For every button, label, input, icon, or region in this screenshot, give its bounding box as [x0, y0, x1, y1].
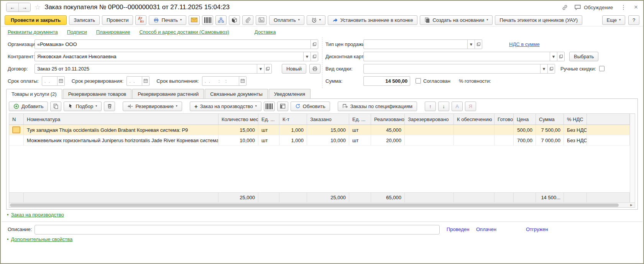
scroll-right-icon[interactable]: ► [628, 203, 635, 207]
pay-button[interactable]: Оплатить ▾ [269, 15, 304, 25]
column-header-reserved[interactable]: Зарезервировано [405, 114, 454, 125]
description-input[interactable] [35, 225, 439, 234]
link-delivery-method[interactable]: Способ и адрес доставки (Самовывоз) [139, 29, 229, 35]
print-button[interactable]: Печать ▾ [149, 15, 186, 25]
open-icon[interactable] [475, 40, 482, 49]
sort-asc-button[interactable]: А [452, 102, 463, 111]
open-icon[interactable] [557, 52, 564, 61]
column-header-vat[interactable]: % НДС [564, 114, 587, 125]
move-down-button[interactable]: ↓ [438, 102, 449, 111]
choose-card-button[interactable]: Выбрать [569, 52, 598, 61]
discount-card-input[interactable] [364, 52, 550, 61]
debit-credit-button[interactable]: ДтКт [135, 15, 146, 25]
reservation-due-field[interactable] [127, 76, 150, 86]
email-button[interactable] [189, 15, 200, 25]
move-up-button[interactable]: ↑ [425, 102, 436, 111]
status-paid[interactable]: Оплачен [476, 226, 496, 232]
invoice-button[interactable] [256, 15, 267, 25]
structure-button[interactable] [215, 15, 227, 25]
package-button[interactable] [229, 15, 240, 25]
reservation-due-input[interactable] [127, 77, 142, 85]
link-planning[interactable]: Планирование [96, 29, 130, 35]
description-field[interactable] [34, 225, 440, 234]
column-header-to-provide[interactable]: К обеспечению [454, 114, 495, 125]
reservation-button[interactable]: Резервирование ▾ [123, 102, 182, 111]
execution-due-field[interactable] [202, 76, 246, 86]
tab-notifications[interactable]: Уведомления [269, 89, 310, 98]
horizontal-scrollbar[interactable]: ► [9, 202, 635, 207]
create-based-on-button[interactable]: Создать на основании ▾ [420, 15, 493, 25]
table-row[interactable]: Можжевельник горизонтальный Juniperus ho… [9, 135, 630, 146]
contract-input[interactable] [35, 64, 257, 73]
total-field[interactable] [363, 76, 410, 86]
execution-due-input[interactable] [202, 77, 239, 85]
discount-kind-input[interactable] [364, 64, 540, 73]
add-row-button[interactable]: Добавить [9, 102, 48, 111]
contract-field[interactable]: ▾ [34, 64, 272, 74]
print-labels-button[interactable]: Печать этикеток и ценников (УАУ) [495, 15, 582, 25]
barcode-button[interactable] [202, 15, 213, 25]
more-button[interactable]: Еще ▾ [602, 15, 625, 25]
calendar-icon[interactable] [57, 77, 64, 85]
set-column-value-button[interactable]: Установить значение в колонке [328, 15, 418, 25]
table-row[interactable]: Туя западная Thuja occidentalis Golden B… [9, 125, 630, 135]
copy-row-button[interactable] [50, 102, 61, 111]
reminder-button[interactable]: ▾ [307, 15, 325, 25]
chevron-down-icon[interactable]: ▾ [303, 52, 310, 61]
counterparty-input[interactable] [35, 52, 303, 61]
link-signatures[interactable]: Подписи [67, 29, 87, 35]
open-icon[interactable] [547, 64, 555, 73]
column-header-ready[interactable]: Готово [495, 114, 514, 125]
discount-kind-field[interactable]: ▾ [363, 64, 555, 74]
column-header-sum[interactable]: Сумма [536, 114, 564, 125]
status-shipped[interactable]: Отгружен [526, 226, 548, 232]
column-header-unit2[interactable]: Ед. ... [349, 114, 371, 125]
favorite-star-icon[interactable]: ☆ [34, 3, 41, 11]
chevron-down-icon[interactable]: ▾ [467, 40, 475, 49]
open-icon[interactable] [310, 40, 318, 49]
back-button[interactable]: ← [7, 3, 18, 11]
organization-input[interactable] [35, 40, 310, 49]
chevron-down-icon[interactable]: ▾ [257, 64, 264, 73]
approved-checkbox[interactable] [416, 78, 421, 84]
column-header-kt[interactable]: К-т [279, 114, 307, 125]
manual-discounts-checkbox[interactable] [599, 66, 605, 71]
status-posted[interactable]: Проведен [447, 226, 470, 232]
chevron-down-icon[interactable]: ▾ [540, 64, 547, 73]
save-button[interactable]: Записать [69, 15, 100, 25]
price-type-field[interactable]: ▾ [363, 39, 482, 49]
more-menu-icon[interactable]: ⋮ [619, 4, 628, 11]
forward-button[interactable]: → [18, 3, 30, 11]
production-order-link[interactable]: Заказ на производство [11, 212, 64, 218]
price-type-input[interactable] [364, 40, 467, 49]
link-delivery[interactable]: Доставка [255, 29, 276, 35]
column-header-ordered[interactable]: Заказано [307, 114, 349, 125]
open-icon[interactable] [310, 52, 318, 61]
vat-in-total-link[interactable]: НДС в сумме [509, 41, 540, 47]
new-contract-button[interactable]: Новый [282, 64, 306, 74]
column-header-unit1[interactable]: Ед. ... [258, 114, 279, 125]
column-header-n[interactable]: N [9, 114, 24, 125]
column-header-realized[interactable]: Реализовано [371, 114, 405, 125]
delete-row-button[interactable] [104, 102, 115, 111]
counterparty-field[interactable]: ▾ [34, 52, 318, 61]
orders-by-spec-button[interactable]: Заказы по спецификациям [338, 102, 417, 111]
link-requisites[interactable]: Реквизиты документа [8, 29, 58, 35]
close-icon[interactable]: × [634, 3, 638, 11]
discussion-button[interactable]: Обсуждение [574, 5, 613, 10]
tab-goods-reservation[interactable]: Резервирование товаров [63, 89, 132, 98]
column-header-nomenclature[interactable]: Номенклатура [24, 114, 219, 125]
tab-goods-and-services[interactable]: Товары и услуги (2) [6, 89, 62, 99]
payment-due-field[interactable] [42, 76, 65, 86]
additional-properties-link[interactable]: Дополнительные свойства [11, 236, 73, 242]
help-button[interactable]: ? [628, 15, 639, 25]
organization-field[interactable] [34, 39, 318, 49]
post-button[interactable]: Провести [102, 15, 133, 25]
chevron-down-icon[interactable]: ▾ [550, 52, 557, 61]
calendar-icon[interactable] [239, 77, 246, 85]
link-icon[interactable] [562, 4, 568, 11]
refresh-button[interactable]: Обновить [291, 102, 330, 111]
open-icon[interactable] [264, 64, 271, 73]
column-header-places[interactable]: Количество мест [219, 114, 258, 125]
total-input[interactable] [364, 77, 410, 85]
